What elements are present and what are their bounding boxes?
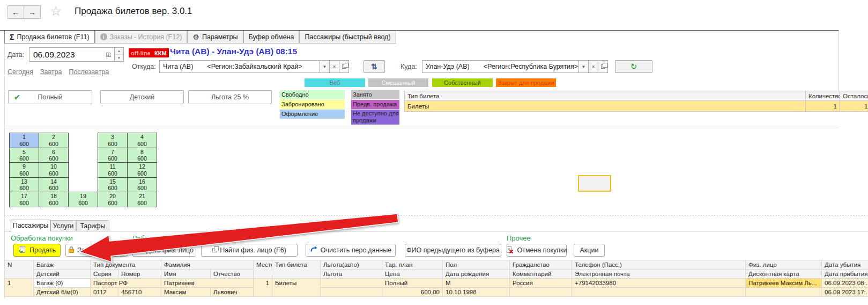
fare-child-button[interactable]: Детский: [100, 90, 184, 104]
tab-tariffs[interactable]: Тарифы: [76, 220, 109, 231]
seat-3[interactable]: 3600: [98, 133, 128, 148]
tab-parameters[interactable]: ⚙ Параметры: [187, 31, 243, 43]
cell-firstname[interactable]: Максим: [161, 288, 211, 297]
cell-number[interactable]: 456710: [118, 288, 161, 297]
seat-5[interactable]: 5600: [9, 148, 39, 163]
fare-discount25-button[interactable]: Льгота 25 %: [188, 90, 272, 104]
spin-up-icon[interactable]: ▲: [115, 48, 123, 54]
sell-button[interactable]: Продать: [13, 244, 61, 257]
refresh-button[interactable]: ↻: [615, 60, 652, 73]
cancel-purchase-label: Отмена покупки: [517, 246, 567, 254]
open-icon: [601, 64, 605, 69]
cell-benefit[interactable]: [321, 288, 382, 297]
cell-phone[interactable]: +79142033980: [572, 279, 746, 288]
cell-discount-card[interactable]: [746, 288, 822, 297]
dropdown-icon[interactable]: ▼: [320, 60, 330, 73]
seat-18[interactable]: 18600: [39, 192, 69, 207]
cancel-purchase-button[interactable]: Отмена покупки: [507, 244, 567, 257]
passenger-header-row-2: Детский Серия Номер Имя Отчество Льгота …: [5, 270, 868, 279]
col-n: N: [5, 260, 34, 279]
cell-comment[interactable]: [510, 288, 572, 297]
seat-19[interactable]: 19600: [68, 192, 98, 207]
tab-orders-history[interactable]: i Заказы - История (F12): [95, 31, 188, 43]
create-person-button[interactable]: Создать физ. лицо: [132, 244, 196, 257]
promos-button[interactable]: Акции: [574, 244, 605, 257]
cell-child[interactable]: Детский б/м(0): [34, 288, 91, 297]
tab-passengers-quick[interactable]: Пассажиры (быстрый ввод): [299, 31, 396, 43]
seat-16[interactable]: 16600: [127, 177, 157, 193]
sell-document-icon: [18, 245, 26, 255]
open-button[interactable]: [339, 60, 349, 73]
clear-icon[interactable]: ✕: [330, 60, 339, 73]
clear-icon[interactable]: ✕: [589, 60, 598, 73]
cell-series[interactable]: 0112: [91, 288, 118, 297]
lock-icon: [68, 246, 75, 255]
ticket-type-row[interactable]: Билеты 1 19: [405, 101, 868, 112]
section-purchase: Обработка покупки: [11, 234, 73, 242]
link-tomorrow[interactable]: Завтра: [40, 68, 62, 76]
find-person-label: Найти физ. лицо (F6): [220, 246, 286, 254]
tab-passengers[interactable]: Пассажиры: [11, 220, 50, 231]
seat-6[interactable]: 6600: [39, 148, 69, 163]
to-input[interactable]: Улан-Удэ (АВ) <Регион:Республика Бурятия…: [422, 60, 579, 73]
from-input[interactable]: Чита (АВ) <Регион:Забайкальский Край>: [159, 60, 320, 73]
link-today[interactable]: Сегодня: [8, 68, 33, 76]
passenger-row-line-2[interactable]: Детский б/м(0) 0112 456710 Максим Львови…: [5, 288, 868, 297]
link-after-tomorrow[interactable]: Послезавтра: [69, 68, 109, 76]
passenger-row-line-1[interactable]: 1 Багаж (0) Паспорт РФ Патрикеев 1 Билет…: [5, 279, 868, 288]
cell-middlename[interactable]: Львович: [211, 288, 254, 297]
cell-birth[interactable]: 10.10.1998: [443, 288, 510, 297]
fare-full-button[interactable]: ✔ Полный: [8, 90, 92, 104]
seat-14[interactable]: 14600: [39, 177, 69, 193]
date-label: Дата:: [8, 51, 24, 59]
page-title: Продажа билетов вер. 3.0.1: [75, 6, 192, 17]
cell-baggage[interactable]: Багаж (0): [34, 279, 91, 288]
clear-personal-button[interactable]: Очистить перс.данные: [306, 244, 396, 257]
cell-email[interactable]: [572, 288, 746, 297]
spin-down-icon[interactable]: ▼: [115, 54, 123, 61]
reserve-button[interactable]: Забронировать: [65, 244, 128, 257]
seat-17[interactable]: 17600: [9, 192, 39, 207]
to-station: Улан-Удэ (АВ): [422, 63, 470, 70]
cell-price[interactable]: 600,00: [382, 288, 443, 297]
tab-services[interactable]: Услуги: [50, 220, 76, 231]
col-firstname: Имя: [161, 270, 211, 279]
favorite-star-icon[interactable]: ☆: [50, 3, 62, 19]
cell-tariff-plan[interactable]: Полный: [382, 279, 443, 288]
seat-4[interactable]: 4600: [127, 133, 157, 148]
open-button[interactable]: [598, 60, 608, 73]
calendar-icon[interactable]: ⊞: [102, 51, 114, 59]
back-button[interactable]: ←: [8, 5, 24, 19]
cell-person[interactable]: Патрикеев Максим Ль...: [746, 279, 822, 288]
seat-8[interactable]: 8600: [127, 148, 157, 163]
seat-13[interactable]: 13600: [9, 177, 39, 193]
cell-lastname[interactable]: Патрикеев: [161, 279, 254, 288]
status-presale: Предв. продажа: [351, 100, 399, 109]
cell-doc-type[interactable]: Паспорт РФ: [91, 279, 161, 288]
seat-21[interactable]: 21600: [127, 192, 157, 207]
seat-7[interactable]: 7600: [98, 148, 128, 163]
tab-clipboard[interactable]: Буфер обмена: [243, 31, 300, 43]
seat-2[interactable]: 2600: [39, 133, 69, 148]
legend-web: Веб: [305, 78, 365, 87]
seat-1[interactable]: 1600: [9, 133, 39, 148]
date-input[interactable]: 06.09.2023 ⊞: [29, 47, 115, 62]
seat-11[interactable]: 11600: [98, 162, 128, 178]
check-icon: ✔: [14, 93, 20, 101]
seat-10[interactable]: 10600: [39, 162, 69, 178]
find-person-button[interactable]: Найти физ. лицо (F6): [201, 244, 298, 257]
seat-12[interactable]: 12600: [127, 162, 157, 178]
seat-20[interactable]: 20600: [98, 192, 128, 207]
tab-ticket-sale[interactable]: Σ Продажа билетов (F11): [4, 31, 95, 43]
refresh-icon: ↻: [630, 62, 637, 71]
cell-benefit-auto[interactable]: [321, 279, 382, 288]
forward-button[interactable]: →: [24, 5, 41, 19]
from-field-buttons: ▼ ✕: [320, 60, 349, 73]
dropdown-icon[interactable]: ▼: [579, 60, 589, 73]
cell-citizenship[interactable]: Россия: [510, 279, 572, 288]
fio-from-buffer-button[interactable]: ФИО предыдущего из буфера: [405, 244, 501, 257]
seat-15[interactable]: 15600: [98, 177, 128, 193]
cell-gender[interactable]: М: [443, 279, 510, 288]
seat-9[interactable]: 9600: [9, 162, 39, 178]
swap-stations-button[interactable]: ⇅: [363, 60, 385, 73]
